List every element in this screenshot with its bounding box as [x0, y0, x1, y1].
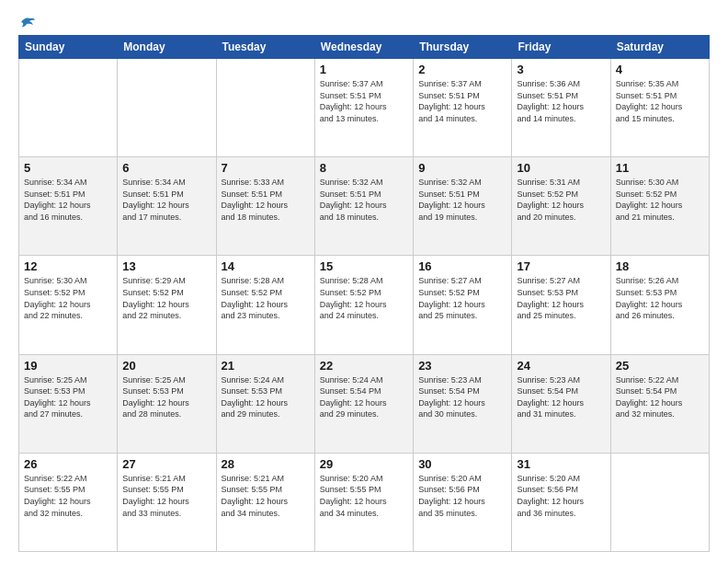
cell-info: Sunrise: 5:20 AM Sunset: 5:56 PM Dayligh…	[418, 473, 506, 519]
cell-info: Sunrise: 5:34 AM Sunset: 5:51 PM Dayligh…	[122, 177, 210, 223]
page: SundayMondayTuesdayWednesdayThursdayFrid…	[0, 0, 728, 563]
cell-info: Sunrise: 5:30 AM Sunset: 5:52 PM Dayligh…	[24, 275, 112, 321]
table-row: 17Sunrise: 5:27 AM Sunset: 5:53 PM Dayli…	[512, 256, 610, 354]
cell-info: Sunrise: 5:35 AM Sunset: 5:51 PM Dayligh…	[616, 78, 704, 124]
day-number: 13	[122, 259, 210, 273]
cell-info: Sunrise: 5:34 AM Sunset: 5:51 PM Dayligh…	[24, 177, 112, 223]
day-number: 4	[616, 63, 704, 76]
cell-info: Sunrise: 5:28 AM Sunset: 5:52 PM Dayligh…	[320, 275, 408, 321]
table-row: 6Sunrise: 5:34 AM Sunset: 5:51 PM Daylig…	[118, 157, 216, 256]
day-number: 18	[616, 259, 704, 273]
table-row	[610, 453, 709, 551]
day-header-monday: Monday	[118, 36, 216, 59]
table-row: 1Sunrise: 5:37 AM Sunset: 5:51 PM Daylig…	[314, 59, 413, 157]
day-number: 31	[517, 457, 605, 471]
cell-info: Sunrise: 5:24 AM Sunset: 5:53 PM Dayligh…	[222, 374, 310, 420]
table-row: 10Sunrise: 5:31 AM Sunset: 5:52 PM Dayli…	[512, 157, 610, 256]
day-number: 14	[222, 259, 310, 273]
table-row: 31Sunrise: 5:20 AM Sunset: 5:56 PM Dayli…	[512, 453, 610, 551]
day-number: 8	[320, 161, 408, 175]
table-row	[19, 59, 118, 157]
day-header-thursday: Thursday	[414, 36, 512, 59]
logo-bird-icon	[19, 15, 36, 29]
day-header-sunday: Sunday	[19, 36, 118, 59]
cell-info: Sunrise: 5:29 AM Sunset: 5:52 PM Dayligh…	[122, 275, 210, 321]
cell-info: Sunrise: 5:36 AM Sunset: 5:51 PM Dayligh…	[517, 78, 605, 124]
cell-info: Sunrise: 5:37 AM Sunset: 5:51 PM Dayligh…	[320, 78, 408, 124]
table-row: 23Sunrise: 5:23 AM Sunset: 5:54 PM Dayli…	[414, 354, 512, 453]
table-row: 2Sunrise: 5:37 AM Sunset: 5:51 PM Daylig…	[414, 59, 512, 157]
day-number: 30	[418, 457, 506, 471]
day-header-wednesday: Wednesday	[314, 36, 413, 59]
table-row: 27Sunrise: 5:21 AM Sunset: 5:55 PM Dayli…	[118, 453, 216, 551]
day-header-saturday: Saturday	[610, 36, 709, 59]
table-row: 11Sunrise: 5:30 AM Sunset: 5:52 PM Dayli…	[610, 157, 709, 256]
day-number: 27	[122, 457, 210, 471]
cell-info: Sunrise: 5:30 AM Sunset: 5:52 PM Dayligh…	[616, 177, 704, 223]
cell-info: Sunrise: 5:21 AM Sunset: 5:55 PM Dayligh…	[222, 473, 310, 519]
table-row: 22Sunrise: 5:24 AM Sunset: 5:54 PM Dayli…	[314, 354, 413, 453]
cell-info: Sunrise: 5:20 AM Sunset: 5:55 PM Dayligh…	[320, 473, 408, 519]
cell-info: Sunrise: 5:25 AM Sunset: 5:53 PM Dayligh…	[122, 374, 210, 420]
table-row: 25Sunrise: 5:22 AM Sunset: 5:54 PM Dayli…	[610, 354, 709, 453]
table-row: 5Sunrise: 5:34 AM Sunset: 5:51 PM Daylig…	[19, 157, 118, 256]
cell-info: Sunrise: 5:22 AM Sunset: 5:55 PM Dayligh…	[24, 473, 112, 519]
day-number: 5	[24, 161, 112, 175]
cell-info: Sunrise: 5:21 AM Sunset: 5:55 PM Dayligh…	[122, 473, 210, 519]
table-row: 4Sunrise: 5:35 AM Sunset: 5:51 PM Daylig…	[610, 59, 709, 157]
cell-info: Sunrise: 5:27 AM Sunset: 5:53 PM Dayligh…	[517, 275, 605, 321]
cell-info: Sunrise: 5:37 AM Sunset: 5:51 PM Dayligh…	[418, 78, 506, 124]
table-row: 9Sunrise: 5:32 AM Sunset: 5:51 PM Daylig…	[414, 157, 512, 256]
table-row: 26Sunrise: 5:22 AM Sunset: 5:55 PM Dayli…	[19, 453, 118, 551]
day-number: 25	[616, 359, 704, 373]
cell-info: Sunrise: 5:31 AM Sunset: 5:52 PM Dayligh…	[517, 177, 605, 223]
table-row: 8Sunrise: 5:32 AM Sunset: 5:51 PM Daylig…	[314, 157, 413, 256]
table-row: 15Sunrise: 5:28 AM Sunset: 5:52 PM Dayli…	[314, 256, 413, 354]
day-number: 15	[320, 259, 408, 273]
day-number: 17	[517, 259, 605, 273]
header	[18, 15, 710, 26]
table-row: 3Sunrise: 5:36 AM Sunset: 5:51 PM Daylig…	[512, 59, 610, 157]
table-row: 21Sunrise: 5:24 AM Sunset: 5:53 PM Dayli…	[216, 354, 314, 453]
day-number: 19	[24, 359, 112, 373]
day-header-tuesday: Tuesday	[216, 36, 314, 59]
day-number: 1	[320, 63, 408, 76]
day-number: 11	[616, 161, 704, 175]
logo	[18, 15, 37, 26]
table-row: 7Sunrise: 5:33 AM Sunset: 5:51 PM Daylig…	[216, 157, 314, 256]
day-number: 12	[24, 259, 112, 273]
cell-info: Sunrise: 5:20 AM Sunset: 5:56 PM Dayligh…	[517, 473, 605, 519]
day-number: 6	[122, 161, 210, 175]
day-number: 21	[222, 359, 310, 373]
table-row: 16Sunrise: 5:27 AM Sunset: 5:52 PM Dayli…	[414, 256, 512, 354]
table-row: 29Sunrise: 5:20 AM Sunset: 5:55 PM Dayli…	[314, 453, 413, 551]
cell-info: Sunrise: 5:24 AM Sunset: 5:54 PM Dayligh…	[320, 374, 408, 420]
table-row: 12Sunrise: 5:30 AM Sunset: 5:52 PM Dayli…	[19, 256, 118, 354]
day-number: 24	[517, 359, 605, 373]
table-row: 30Sunrise: 5:20 AM Sunset: 5:56 PM Dayli…	[414, 453, 512, 551]
day-number: 26	[24, 457, 112, 471]
cell-info: Sunrise: 5:33 AM Sunset: 5:51 PM Dayligh…	[222, 177, 310, 223]
cell-info: Sunrise: 5:22 AM Sunset: 5:54 PM Dayligh…	[616, 374, 704, 420]
cell-info: Sunrise: 5:32 AM Sunset: 5:51 PM Dayligh…	[320, 177, 408, 223]
day-number: 9	[418, 161, 506, 175]
table-row	[118, 59, 216, 157]
day-number: 20	[122, 359, 210, 373]
table-row: 28Sunrise: 5:21 AM Sunset: 5:55 PM Dayli…	[216, 453, 314, 551]
table-row: 14Sunrise: 5:28 AM Sunset: 5:52 PM Dayli…	[216, 256, 314, 354]
cell-info: Sunrise: 5:32 AM Sunset: 5:51 PM Dayligh…	[418, 177, 506, 223]
table-row: 18Sunrise: 5:26 AM Sunset: 5:53 PM Dayli…	[610, 256, 709, 354]
day-number: 3	[517, 63, 605, 76]
day-number: 28	[222, 457, 310, 471]
day-number: 10	[517, 161, 605, 175]
day-number: 22	[320, 359, 408, 373]
day-header-friday: Friday	[512, 36, 610, 59]
day-number: 16	[418, 259, 506, 273]
cell-info: Sunrise: 5:23 AM Sunset: 5:54 PM Dayligh…	[418, 374, 506, 420]
table-row: 20Sunrise: 5:25 AM Sunset: 5:53 PM Dayli…	[118, 354, 216, 453]
cell-info: Sunrise: 5:26 AM Sunset: 5:53 PM Dayligh…	[616, 275, 704, 321]
day-number: 2	[418, 63, 506, 76]
cell-info: Sunrise: 5:23 AM Sunset: 5:54 PM Dayligh…	[517, 374, 605, 420]
table-row: 13Sunrise: 5:29 AM Sunset: 5:52 PM Dayli…	[118, 256, 216, 354]
cell-info: Sunrise: 5:27 AM Sunset: 5:52 PM Dayligh…	[418, 275, 506, 321]
